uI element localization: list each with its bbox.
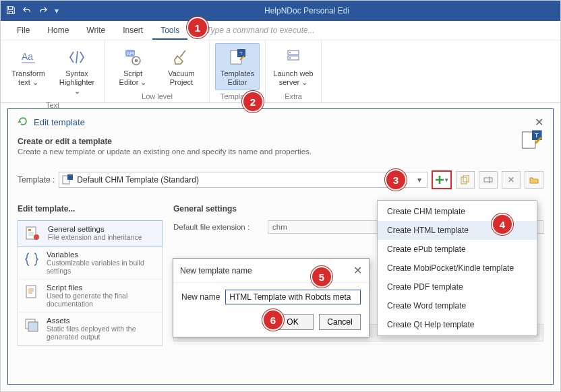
callout-6: 6: [262, 309, 284, 331]
close-icon[interactable]: ✕: [535, 116, 543, 129]
open-folder-button[interactable]: [525, 171, 543, 189]
side-list: General settingsFile extension and inher…: [18, 220, 163, 346]
side-item-assets[interactable]: AssetsStatic files deployed with the gen…: [18, 313, 162, 346]
menu-create-word[interactable]: Create Word template: [378, 296, 537, 315]
delete-x-icon: ✕: [508, 175, 514, 185]
svg-point-11: [289, 57, 291, 59]
api-gear-icon: API: [122, 46, 144, 68]
svg-text:T: T: [535, 131, 539, 139]
braces-icon: [24, 251, 40, 268]
template-combo-value: Default CHM Template (Standard): [77, 175, 415, 185]
svg-text:T: T: [239, 51, 243, 57]
panel-title: Edit template: [34, 117, 85, 127]
ribbon: Aa Transform text ⌄ Syntax Highlighter ⌄…: [1, 40, 560, 103]
server-icon: [283, 46, 304, 68]
ribbon-group-lowlevel: API Script Editor ⌄ Vacuum Project Low l…: [105, 40, 210, 102]
side-header: Edit template...: [18, 204, 163, 214]
templates-editor-button[interactable]: T Templates Editor: [215, 43, 260, 90]
callout-1: 1: [187, 17, 208, 38]
menu-create-mobi[interactable]: Create MobiPocket/Kindle template: [378, 259, 537, 277]
tab-home[interactable]: Home: [39, 22, 77, 40]
svg-text:API: API: [127, 51, 134, 56]
svg-rect-16: [67, 174, 73, 180]
desc-title: Create or edit a template: [18, 137, 312, 146]
side-item-scripts[interactable]: Script filesUsed to generate the final d…: [18, 280, 162, 313]
tab-file[interactable]: File: [9, 22, 38, 40]
rename-template-button[interactable]: [479, 171, 498, 189]
plus-icon: [435, 175, 444, 185]
new-name-label: New name: [181, 292, 220, 302]
menu-create-pdf[interactable]: Create PDF template: [378, 277, 537, 296]
template-label: Template :: [18, 175, 55, 185]
desc-sub: Create a new template or update an exist…: [18, 148, 312, 156]
svg-text:Aa: Aa: [22, 51, 33, 62]
callout-4: 4: [492, 214, 513, 235]
callout-5: 5: [311, 266, 332, 288]
ribbon-group-text: Aa Transform text ⌄ Syntax Highlighter ⌄…: [1, 40, 105, 102]
duplicate-template-button[interactable]: [456, 171, 475, 189]
callout-3: 3: [385, 169, 407, 191]
assets-icon: [24, 317, 40, 334]
vacuum-project-button[interactable]: Vacuum Project: [159, 43, 204, 90]
delete-template-button[interactable]: ✕: [502, 171, 521, 189]
svg-rect-17: [461, 177, 467, 184]
svg-rect-21: [28, 229, 31, 231]
templates-editor-icon: T: [227, 46, 248, 68]
template-small-icon: [62, 174, 73, 185]
template-combo[interactable]: Default CHM Template (Standard) ▾: [59, 172, 427, 188]
callout-2: 2: [242, 91, 264, 112]
create-template-menu: Create CHM template Create HTML template…: [377, 200, 537, 336]
svg-rect-18: [463, 175, 469, 182]
quick-access-toolbar: ▾: [6, 5, 59, 17]
menu-create-chm[interactable]: Create CHM template: [378, 202, 537, 221]
new-name-input[interactable]: [225, 290, 361, 304]
script-editor-button[interactable]: API Script Editor ⌄: [111, 43, 155, 90]
ribbon-group-extra: Launch web server ⌄ Extra: [266, 40, 322, 102]
svg-point-4: [135, 59, 138, 63]
cancel-button[interactable]: Cancel: [319, 314, 361, 330]
menu-create-qt[interactable]: Create Qt Help template: [378, 315, 537, 334]
svg-point-10: [289, 52, 291, 53]
svg-rect-23: [26, 286, 36, 298]
menu-create-epub[interactable]: Create ePub template: [378, 240, 537, 259]
tab-tools[interactable]: Tools: [152, 22, 187, 40]
script-file-icon: [24, 284, 40, 301]
save-icon[interactable]: [6, 5, 16, 17]
copy-icon: [461, 175, 470, 185]
side-item-general[interactable]: General settingsFile extension and inher…: [18, 220, 163, 247]
add-template-button[interactable]: ▾: [432, 170, 452, 189]
tab-write[interactable]: Write: [78, 22, 113, 40]
svg-rect-19: [484, 178, 492, 182]
settings-page-icon: [24, 225, 41, 242]
refresh-icon: [18, 116, 28, 129]
transform-text-icon: Aa: [18, 46, 39, 68]
template-big-icon: T: [521, 129, 543, 154]
svg-point-22: [34, 234, 39, 240]
dropdown-caret-icon: ▾: [445, 176, 448, 183]
chevron-down-icon: ▾: [415, 175, 424, 185]
tell-me-box[interactable]: Type a command to execute...: [194, 26, 315, 35]
redo-icon[interactable]: [38, 5, 48, 17]
broom-icon: [171, 46, 192, 68]
tell-me-hint: Type a command to execute...: [206, 26, 315, 35]
dialog-close-icon[interactable]: ✕: [353, 264, 362, 277]
launch-web-server-button[interactable]: Launch web server ⌄: [271, 43, 316, 90]
transform-text-button[interactable]: Aa Transform text ⌄: [6, 43, 51, 90]
dialog-title: New template name: [180, 266, 252, 275]
syntax-highlighter-button[interactable]: Syntax Highlighter ⌄: [55, 43, 99, 99]
ribbon-tabs: File Home Write Insert Tools Type a comm…: [1, 21, 560, 40]
code-brackets-icon: [66, 46, 88, 68]
ext-label: Default file extension :: [173, 223, 268, 231]
app-title: HelpNDoc Personal Edi: [59, 6, 555, 15]
undo-icon[interactable]: [22, 5, 32, 17]
tab-insert[interactable]: Insert: [115, 22, 151, 40]
rename-icon: [483, 175, 493, 185]
titlebar: ▾ HelpNDoc Personal Edi: [1, 1, 560, 21]
folder-icon: [529, 175, 539, 185]
side-item-variables[interactable]: VariablesCustomizable variables in build…: [18, 247, 162, 280]
svg-rect-25: [28, 322, 38, 331]
